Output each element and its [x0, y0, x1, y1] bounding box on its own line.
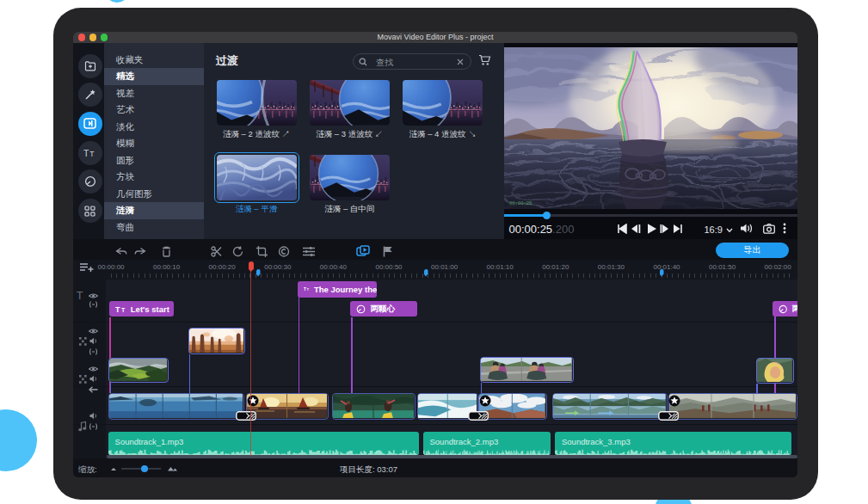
svg-text:T: T	[307, 288, 310, 292]
svg-text:T: T	[89, 150, 94, 158]
svg-text:00:00:25: 00:00:25	[509, 200, 532, 206]
svg-text:T: T	[83, 148, 89, 157]
svg-text:T: T	[121, 307, 126, 313]
svg-text:T: T	[304, 287, 306, 292]
svg-text:T: T	[115, 305, 120, 314]
